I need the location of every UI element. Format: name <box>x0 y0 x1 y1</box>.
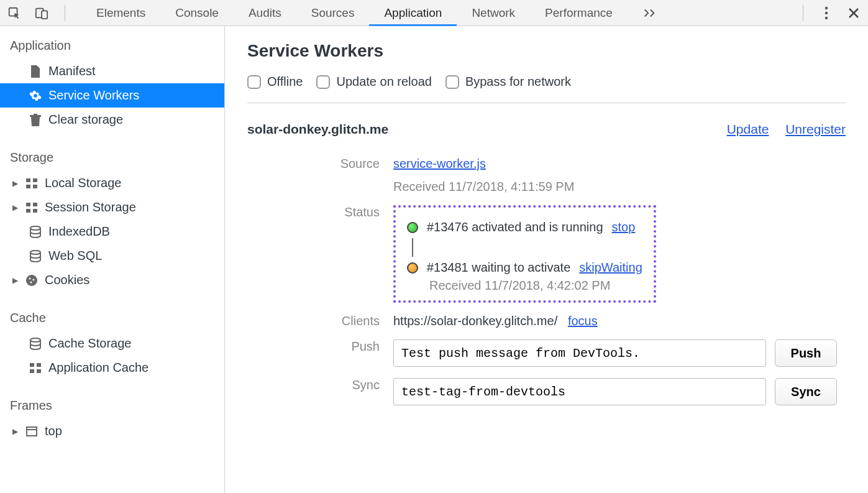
content-panel: Service Workers Offline Update on reload… <box>225 26 868 493</box>
tab-network[interactable]: Network <box>457 0 530 25</box>
svg-rect-23 <box>30 369 34 373</box>
devtools-toolbar: Elements Console Audits Sources Applicat… <box>0 0 868 26</box>
svg-point-5 <box>825 16 828 19</box>
sidebar-item-label: Local Storage <box>45 176 121 190</box>
focus-link[interactable]: focus <box>568 314 598 328</box>
sidebar-item-label: Application Cache <box>48 361 148 375</box>
sidebar-item-cookies[interactable]: ▶ Cookies <box>0 268 224 292</box>
source-received: Received 11/7/2018, 4:11:59 PM <box>393 180 846 194</box>
tab-audits[interactable]: Audits <box>234 0 296 25</box>
svg-rect-12 <box>26 209 30 213</box>
sync-input[interactable] <box>393 378 766 405</box>
bypass-checkbox[interactable]: Bypass for network <box>445 75 571 89</box>
frame-icon <box>25 426 39 436</box>
options-row: Offline Update on reload Bypass for netw… <box>247 75 846 103</box>
sidebar-item-session-storage[interactable]: ▶ Session Storage <box>0 195 224 219</box>
divider <box>65 5 65 21</box>
label-clients: Clients <box>247 310 393 328</box>
skipwaiting-link[interactable]: skipWaiting <box>579 260 642 275</box>
update-link[interactable]: Update <box>727 122 769 136</box>
sidebar-item-service-workers[interactable]: Service Workers <box>0 83 224 108</box>
svg-rect-6 <box>26 178 30 182</box>
tab-elements[interactable]: Elements <box>81 0 160 25</box>
sidebar-item-label: IndexedDB <box>48 224 110 239</box>
svg-rect-13 <box>33 209 37 213</box>
device-icon[interactable] <box>34 5 50 21</box>
offline-checkbox[interactable]: Offline <box>247 75 303 89</box>
chevron-right-icon: ▶ <box>11 276 19 285</box>
tab-overflow[interactable] <box>628 0 671 25</box>
svg-point-18 <box>32 279 34 280</box>
tab-console[interactable]: Console <box>160 0 234 25</box>
inspect-icon[interactable] <box>6 5 22 21</box>
svg-point-15 <box>30 251 40 254</box>
tabs: Elements Console Audits Sources Applicat… <box>81 0 799 25</box>
sidebar-item-label: Web SQL <box>48 249 102 263</box>
tab-sources[interactable]: Sources <box>296 0 370 25</box>
svg-rect-8 <box>26 185 30 188</box>
label-source: Source <box>247 153 393 194</box>
tab-application[interactable]: Application <box>369 0 457 25</box>
svg-rect-9 <box>33 185 37 188</box>
sidebar-item-clear-storage[interactable]: Clear storage <box>0 108 224 132</box>
svg-rect-21 <box>30 363 34 367</box>
checkbox-icon <box>445 75 459 89</box>
sidebar: Application Manifest Service Workers Cle… <box>0 26 225 493</box>
sidebar-item-manifest[interactable]: Manifest <box>0 59 224 83</box>
svg-rect-11 <box>33 203 37 206</box>
label-sync: Sync <box>247 374 393 405</box>
status-dot-waiting-icon <box>407 262 418 274</box>
section-title-application: Application <box>0 32 224 59</box>
status-active-text: #13476 activated and is running <box>427 220 603 234</box>
sync-button[interactable]: Sync <box>775 378 837 405</box>
checkbox-icon <box>316 75 330 89</box>
svg-rect-24 <box>37 369 41 373</box>
svg-rect-25 <box>27 427 37 436</box>
sidebar-item-label: Service Workers <box>48 88 139 103</box>
db-icon <box>29 250 42 262</box>
sidebar-item-label: Clear storage <box>48 113 123 127</box>
grid-icon <box>25 203 39 213</box>
tab-performance[interactable]: Performance <box>530 0 628 25</box>
sidebar-item-app-cache[interactable]: Application Cache <box>0 356 224 380</box>
gear-icon <box>29 90 42 102</box>
update-on-reload-checkbox[interactable]: Update on reload <box>316 75 431 89</box>
status-dot-active-icon <box>407 222 418 233</box>
push-button[interactable]: Push <box>775 339 837 367</box>
chevron-right-icon: ▶ <box>11 203 19 212</box>
section-title-frames: Frames <box>0 392 224 419</box>
svg-point-14 <box>30 226 40 230</box>
origin-row: solar-donkey.glitch.me Update Unregister <box>247 116 846 149</box>
cookie-icon <box>25 274 39 287</box>
grid-icon <box>25 178 39 188</box>
origin-label: solar-donkey.glitch.me <box>247 122 713 137</box>
unregister-link[interactable]: Unregister <box>785 122 846 136</box>
sidebar-item-local-storage[interactable]: ▶ Local Storage <box>0 171 224 195</box>
kebab-icon[interactable] <box>818 5 834 21</box>
svg-rect-22 <box>37 363 41 367</box>
sidebar-item-websql[interactable]: Web SQL <box>0 244 224 268</box>
status-highlight-box: #13476 activated and is running stop #13… <box>393 205 656 303</box>
push-input[interactable] <box>393 339 766 367</box>
svg-point-17 <box>29 277 30 279</box>
svg-rect-2 <box>42 11 47 19</box>
checkbox-label: Update on reload <box>336 75 431 89</box>
status-waiting-received: Received 11/7/2018, 4:42:02 PM <box>429 279 642 293</box>
grid-icon <box>29 363 42 373</box>
checkbox-icon <box>247 75 261 89</box>
sidebar-item-indexeddb[interactable]: IndexedDB <box>0 219 224 244</box>
sidebar-item-label: top <box>45 424 62 438</box>
db-icon <box>29 338 42 350</box>
trash-icon <box>29 114 42 126</box>
stop-link[interactable]: stop <box>612 220 636 234</box>
svg-point-19 <box>30 281 32 283</box>
section-title-storage: Storage <box>0 144 224 171</box>
sidebar-item-cache-storage[interactable]: Cache Storage <box>0 331 224 356</box>
close-icon[interactable] <box>846 5 862 21</box>
svg-point-16 <box>26 275 37 286</box>
source-link[interactable]: service-worker.js <box>393 157 486 170</box>
label-push: Push <box>247 336 393 367</box>
chevron-right-icon: ▶ <box>11 179 19 188</box>
file-icon <box>29 65 42 78</box>
sidebar-item-top-frame[interactable]: ▶ top <box>0 419 224 443</box>
